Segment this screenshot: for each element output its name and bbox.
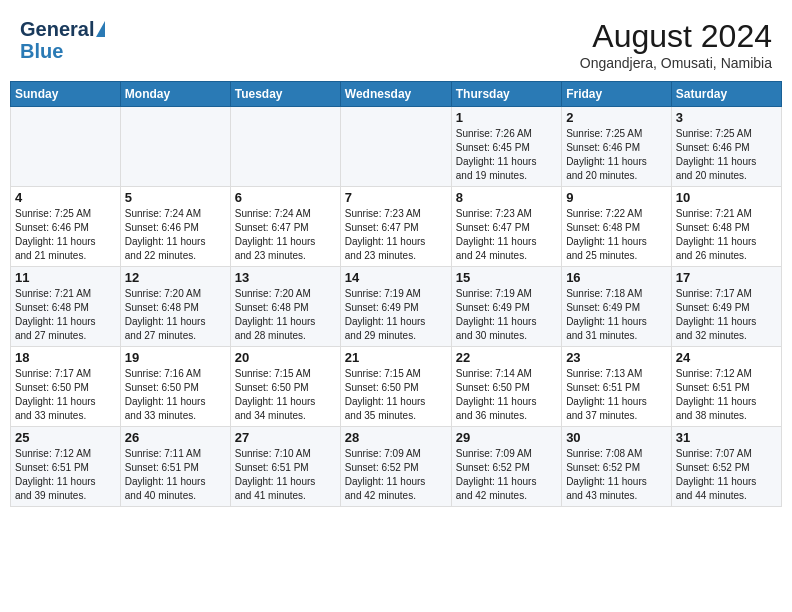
day-info: Sunrise: 7:24 AMSunset: 6:47 PMDaylight:… — [235, 207, 336, 263]
day-info: Sunrise: 7:18 AMSunset: 6:49 PMDaylight:… — [566, 287, 667, 343]
header-cell-monday: Monday — [120, 82, 230, 107]
calendar-cell: 9Sunrise: 7:22 AMSunset: 6:48 PMDaylight… — [562, 187, 672, 267]
day-info: Sunrise: 7:08 AMSunset: 6:52 PMDaylight:… — [566, 447, 667, 503]
calendar-cell: 21Sunrise: 7:15 AMSunset: 6:50 PMDayligh… — [340, 347, 451, 427]
calendar-week-4: 25Sunrise: 7:12 AMSunset: 6:51 PMDayligh… — [11, 427, 782, 507]
calendar-cell: 2Sunrise: 7:25 AMSunset: 6:46 PMDaylight… — [562, 107, 672, 187]
day-number: 31 — [676, 430, 777, 445]
day-number: 7 — [345, 190, 447, 205]
calendar-cell: 12Sunrise: 7:20 AMSunset: 6:48 PMDayligh… — [120, 267, 230, 347]
day-info: Sunrise: 7:24 AMSunset: 6:46 PMDaylight:… — [125, 207, 226, 263]
day-number: 14 — [345, 270, 447, 285]
day-info: Sunrise: 7:23 AMSunset: 6:47 PMDaylight:… — [456, 207, 557, 263]
page-title: August 2024 — [580, 18, 772, 55]
day-number: 15 — [456, 270, 557, 285]
header-cell-tuesday: Tuesday — [230, 82, 340, 107]
day-number: 6 — [235, 190, 336, 205]
calendar-cell — [230, 107, 340, 187]
day-info: Sunrise: 7:09 AMSunset: 6:52 PMDaylight:… — [456, 447, 557, 503]
day-info: Sunrise: 7:15 AMSunset: 6:50 PMDaylight:… — [345, 367, 447, 423]
logo: General Blue — [20, 18, 105, 62]
day-info: Sunrise: 7:12 AMSunset: 6:51 PMDaylight:… — [676, 367, 777, 423]
day-number: 8 — [456, 190, 557, 205]
calendar-cell: 26Sunrise: 7:11 AMSunset: 6:51 PMDayligh… — [120, 427, 230, 507]
calendar-cell: 22Sunrise: 7:14 AMSunset: 6:50 PMDayligh… — [451, 347, 561, 427]
day-number: 25 — [15, 430, 116, 445]
day-number: 17 — [676, 270, 777, 285]
day-info: Sunrise: 7:25 AMSunset: 6:46 PMDaylight:… — [566, 127, 667, 183]
day-info: Sunrise: 7:14 AMSunset: 6:50 PMDaylight:… — [456, 367, 557, 423]
calendar-cell: 19Sunrise: 7:16 AMSunset: 6:50 PMDayligh… — [120, 347, 230, 427]
calendar-week-3: 18Sunrise: 7:17 AMSunset: 6:50 PMDayligh… — [11, 347, 782, 427]
day-number: 24 — [676, 350, 777, 365]
calendar-cell: 11Sunrise: 7:21 AMSunset: 6:48 PMDayligh… — [11, 267, 121, 347]
day-number: 13 — [235, 270, 336, 285]
day-info: Sunrise: 7:07 AMSunset: 6:52 PMDaylight:… — [676, 447, 777, 503]
day-info: Sunrise: 7:21 AMSunset: 6:48 PMDaylight:… — [676, 207, 777, 263]
header-row: SundayMondayTuesdayWednesdayThursdayFrid… — [11, 82, 782, 107]
calendar-cell: 30Sunrise: 7:08 AMSunset: 6:52 PMDayligh… — [562, 427, 672, 507]
calendar-cell: 15Sunrise: 7:19 AMSunset: 6:49 PMDayligh… — [451, 267, 561, 347]
calendar-cell: 4Sunrise: 7:25 AMSunset: 6:46 PMDaylight… — [11, 187, 121, 267]
page-header: General Blue August 2024 Ongandjera, Omu… — [10, 10, 782, 75]
calendar-cell — [11, 107, 121, 187]
calendar-cell: 13Sunrise: 7:20 AMSunset: 6:48 PMDayligh… — [230, 267, 340, 347]
header-cell-sunday: Sunday — [11, 82, 121, 107]
calendar-cell: 16Sunrise: 7:18 AMSunset: 6:49 PMDayligh… — [562, 267, 672, 347]
day-info: Sunrise: 7:13 AMSunset: 6:51 PMDaylight:… — [566, 367, 667, 423]
day-number: 2 — [566, 110, 667, 125]
calendar-cell: 5Sunrise: 7:24 AMSunset: 6:46 PMDaylight… — [120, 187, 230, 267]
calendar-cell — [340, 107, 451, 187]
calendar-cell — [120, 107, 230, 187]
day-info: Sunrise: 7:16 AMSunset: 6:50 PMDaylight:… — [125, 367, 226, 423]
calendar-week-0: 1Sunrise: 7:26 AMSunset: 6:45 PMDaylight… — [11, 107, 782, 187]
calendar-table: SundayMondayTuesdayWednesdayThursdayFrid… — [10, 81, 782, 507]
day-number: 19 — [125, 350, 226, 365]
calendar-cell: 10Sunrise: 7:21 AMSunset: 6:48 PMDayligh… — [671, 187, 781, 267]
calendar-cell: 25Sunrise: 7:12 AMSunset: 6:51 PMDayligh… — [11, 427, 121, 507]
calendar-cell: 3Sunrise: 7:25 AMSunset: 6:46 PMDaylight… — [671, 107, 781, 187]
header-cell-thursday: Thursday — [451, 82, 561, 107]
day-number: 3 — [676, 110, 777, 125]
calendar-cell: 20Sunrise: 7:15 AMSunset: 6:50 PMDayligh… — [230, 347, 340, 427]
calendar-cell: 23Sunrise: 7:13 AMSunset: 6:51 PMDayligh… — [562, 347, 672, 427]
calendar-cell: 31Sunrise: 7:07 AMSunset: 6:52 PMDayligh… — [671, 427, 781, 507]
title-block: August 2024 Ongandjera, Omusati, Namibia — [580, 18, 772, 71]
day-info: Sunrise: 7:19 AMSunset: 6:49 PMDaylight:… — [456, 287, 557, 343]
header-cell-saturday: Saturday — [671, 82, 781, 107]
calendar-cell: 28Sunrise: 7:09 AMSunset: 6:52 PMDayligh… — [340, 427, 451, 507]
day-number: 27 — [235, 430, 336, 445]
day-number: 21 — [345, 350, 447, 365]
day-number: 11 — [15, 270, 116, 285]
day-info: Sunrise: 7:23 AMSunset: 6:47 PMDaylight:… — [345, 207, 447, 263]
calendar-week-2: 11Sunrise: 7:21 AMSunset: 6:48 PMDayligh… — [11, 267, 782, 347]
calendar-cell: 27Sunrise: 7:10 AMSunset: 6:51 PMDayligh… — [230, 427, 340, 507]
logo-general: General — [20, 18, 94, 40]
calendar-cell: 17Sunrise: 7:17 AMSunset: 6:49 PMDayligh… — [671, 267, 781, 347]
day-number: 4 — [15, 190, 116, 205]
day-info: Sunrise: 7:17 AMSunset: 6:49 PMDaylight:… — [676, 287, 777, 343]
header-cell-wednesday: Wednesday — [340, 82, 451, 107]
day-info: Sunrise: 7:25 AMSunset: 6:46 PMDaylight:… — [676, 127, 777, 183]
day-info: Sunrise: 7:19 AMSunset: 6:49 PMDaylight:… — [345, 287, 447, 343]
day-number: 30 — [566, 430, 667, 445]
day-info: Sunrise: 7:22 AMSunset: 6:48 PMDaylight:… — [566, 207, 667, 263]
calendar-cell: 14Sunrise: 7:19 AMSunset: 6:49 PMDayligh… — [340, 267, 451, 347]
logo-blue: Blue — [20, 40, 63, 62]
calendar-cell: 1Sunrise: 7:26 AMSunset: 6:45 PMDaylight… — [451, 107, 561, 187]
day-number: 16 — [566, 270, 667, 285]
day-info: Sunrise: 7:10 AMSunset: 6:51 PMDaylight:… — [235, 447, 336, 503]
day-number: 28 — [345, 430, 447, 445]
calendar-cell: 7Sunrise: 7:23 AMSunset: 6:47 PMDaylight… — [340, 187, 451, 267]
header-cell-friday: Friday — [562, 82, 672, 107]
calendar-cell: 29Sunrise: 7:09 AMSunset: 6:52 PMDayligh… — [451, 427, 561, 507]
day-number: 20 — [235, 350, 336, 365]
day-info: Sunrise: 7:15 AMSunset: 6:50 PMDaylight:… — [235, 367, 336, 423]
day-number: 12 — [125, 270, 226, 285]
day-info: Sunrise: 7:09 AMSunset: 6:52 PMDaylight:… — [345, 447, 447, 503]
calendar-body: 1Sunrise: 7:26 AMSunset: 6:45 PMDaylight… — [11, 107, 782, 507]
day-number: 26 — [125, 430, 226, 445]
day-number: 29 — [456, 430, 557, 445]
day-info: Sunrise: 7:25 AMSunset: 6:46 PMDaylight:… — [15, 207, 116, 263]
calendar-cell: 18Sunrise: 7:17 AMSunset: 6:50 PMDayligh… — [11, 347, 121, 427]
